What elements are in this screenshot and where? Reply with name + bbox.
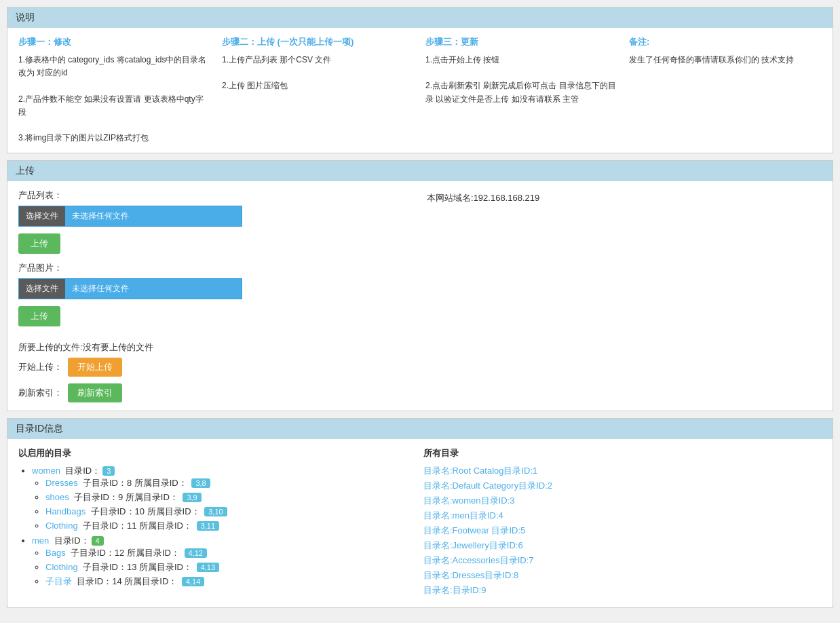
product-list-file-btn[interactable]: 选择文件 <box>19 206 65 226</box>
list-item: shoes 子目录ID：9 所属目录ID： 3,9 <box>45 491 417 504</box>
start-upload-row: 开始上传： 开始上传 <box>18 358 413 377</box>
list-item: 目录名:Root Catalog目录ID:1 <box>423 465 822 477</box>
files-to-upload-label: 所要上传的文件: <box>18 342 83 352</box>
product-list-label: 产品列表： <box>18 189 413 202</box>
sub-dir-badges: 4,14 <box>180 577 204 586</box>
list-item: 目录名:Default Category目录ID:2 <box>423 480 822 492</box>
shoes-badges: 3,9 <box>180 493 201 502</box>
upload-header: 上传 <box>7 161 833 181</box>
clothing-men-link[interactable]: Clothing <box>45 562 78 572</box>
default-cat-link[interactable]: 目录名:Default Category目录ID:2 <box>423 480 552 491</box>
upload-left: 产品列表： 选择文件 未选择任何文件 上传 产品图片： 选择文件 未选择任何文件… <box>18 189 413 402</box>
domain-value: 192.168.168.219 <box>474 193 540 203</box>
dir-left: 以启用的目录 women 目录ID：3 Dresses 子目录ID：8 所属目录… <box>18 447 417 599</box>
clothing-women-link[interactable]: Clothing <box>45 521 78 531</box>
step3-col: 步骤三：更新 1.点击开始上传 按钮 2.点击刷新索引 刷新完成后你可点击 目录… <box>425 36 618 145</box>
note-content: 发生了任何奇怪的事情请联系你们的 技术支持 <box>629 54 822 67</box>
refresh-index-row: 刷新索引： 刷新索引 <box>18 383 413 402</box>
directory-grid: 以启用的目录 women 目录ID：3 Dresses 子目录ID：8 所属目录… <box>18 447 822 599</box>
directory-header: 目录ID信息 <box>7 419 833 439</box>
all-dir-list: 目录名:Root Catalog目录ID:1 目录名:Default Categ… <box>423 465 822 597</box>
bags-link[interactable]: Bags <box>45 548 66 558</box>
upload-btn-2[interactable]: 上传 <box>18 306 60 326</box>
instructions-section: 说明 步骤一：修改 1.修表格中的 category_ids 将catalog_… <box>7 7 833 153</box>
list-item: 子目录 目录ID：14 所属目录ID： 4,14 <box>45 575 417 588</box>
list-item: Clothing 子目录ID：11 所属目录ID： 3,11 <box>45 520 417 532</box>
instructions-grid: 步骤一：修改 1.修表格中的 category_ids 将catalog_ids… <box>18 36 822 145</box>
step1-content: 1.修表格中的 category_ids 将catalog_ids中的目录名改为… <box>18 54 211 145</box>
men-id-badge: 4 <box>92 536 104 546</box>
product-image-no-file: 未选择任何文件 <box>65 283 136 295</box>
product-list-file-input[interactable]: 选择文件 未选择任何文件 <box>18 206 242 227</box>
jewellery-link[interactable]: 目录名:Jewellery目录ID:6 <box>423 540 523 550</box>
list-item: men 目录ID：4 Bags 子目录ID：12 所属目录ID： 4,12 <box>32 535 417 588</box>
list-item: Handbags 子目录ID：10 所属目录ID： 3,10 <box>45 506 417 518</box>
handbags-badges: 3,10 <box>202 507 227 516</box>
list-item: 目录名:Accessories目录ID:7 <box>423 554 822 567</box>
list-item: 目录名:Footwear 目录ID:5 <box>423 525 822 537</box>
step3-title: 步骤三：更新 <box>425 36 618 48</box>
upload-row: 产品列表： 选择文件 未选择任何文件 上传 产品图片： 选择文件 未选择任何文件… <box>18 189 822 402</box>
root-catalog-link[interactable]: 目录名:Root Catalog目录ID:1 <box>423 466 537 476</box>
list-item: Bags 子目录ID：12 所属目录ID： 4,12 <box>45 547 417 559</box>
clothing-women-badges: 3,11 <box>195 521 219 531</box>
list-item: 目录名:men目录ID:4 <box>423 510 822 522</box>
note-title: 备注: <box>629 36 822 48</box>
accessories-link[interactable]: 目录名:Accessories目录ID:7 <box>423 555 534 565</box>
step1-title: 步骤一：修改 <box>18 36 211 48</box>
step2-content: 1.上传产品列表 那个CSV 文件 2.上传 图片压缩包 <box>222 54 415 93</box>
list-item: 目录名:women目录ID:3 <box>423 495 822 507</box>
instructions-header: 说明 <box>7 7 833 28</box>
product-image-file-btn[interactable]: 选择文件 <box>19 279 65 299</box>
step2-col: 步骤二：上传 (一次只能上传一项) 1.上传产品列表 那个CSV 文件 2.上传… <box>222 36 415 145</box>
enabled-title: 以启用的目录 <box>18 447 417 459</box>
all-title: 所有目录 <box>423 447 822 459</box>
dresses-badges: 3,8 <box>189 478 210 488</box>
dresses-link[interactable]: Dresses <box>45 478 78 488</box>
men-link[interactable]: men <box>32 535 49 546</box>
list-item: 目录名:目录ID:9 <box>423 584 822 597</box>
list-item: 目录名:Jewellery目录ID:6 <box>423 540 822 552</box>
list-item: Clothing 子目录ID：13 所属目录ID： 4,13 <box>45 561 417 573</box>
upload-right: 本网站域名:192.168.168.219 <box>427 189 822 204</box>
handbags-link[interactable]: Handbags <box>45 506 85 516</box>
sub-dir-link[interactable]: 子目录 <box>45 576 72 586</box>
clothing-men-badges: 4,13 <box>195 563 219 572</box>
shoes-link[interactable]: shoes <box>45 492 69 502</box>
women-children: Dresses 子目录ID：8 所属目录ID： 3,8 shoes 子目录ID：… <box>32 477 417 532</box>
upload-btn-1[interactable]: 上传 <box>18 233 60 254</box>
women-cat-link[interactable]: 目录名:women目录ID:3 <box>423 495 514 506</box>
step2-title: 步骤二：上传 (一次只能上传一项) <box>222 36 415 48</box>
dresses-cat-link[interactable]: 目录名:Dresses目录ID:8 <box>423 570 518 580</box>
bags-badges: 4,12 <box>183 548 207 558</box>
product-list-no-file: 未选择任何文件 <box>65 210 136 222</box>
men-children: Bags 子目录ID：12 所属目录ID： 4,12 Clothing 子目录I… <box>32 547 417 588</box>
upload-section: 上传 产品列表： 选择文件 未选择任何文件 上传 产品图片： 选择文件 未选择任… <box>7 160 833 411</box>
list-item: Dresses 子目录ID：8 所属目录ID： 3,8 <box>45 477 417 489</box>
refresh-index-label: 刷新索引： <box>18 387 62 399</box>
enabled-tree: women 目录ID：3 Dresses 子目录ID：8 所属目录ID： 3,8 <box>18 465 417 588</box>
step1-col: 步骤一：修改 1.修表格中的 category_ids 将catalog_ids… <box>18 36 211 145</box>
product-image-label: 产品图片： <box>18 262 413 274</box>
product-image-file-input[interactable]: 选择文件 未选择任何文件 <box>18 278 242 299</box>
note-col: 备注: 发生了任何奇怪的事情请联系你们的 技术支持 <box>629 36 822 145</box>
footwear-link[interactable]: 目录名:Footwear 目录ID:5 <box>423 525 525 535</box>
women-id-badge: 3 <box>102 466 115 476</box>
files-to-upload: 所要上传的文件:没有要上传的文件 <box>18 341 413 354</box>
start-upload-btn[interactable]: 开始上传 <box>68 358 122 377</box>
domain-info: 本网站域名:192.168.168.219 <box>427 192 822 204</box>
cat-9-link[interactable]: 目录名:目录ID:9 <box>423 585 486 595</box>
men-cat-link[interactable]: 目录名:men目录ID:4 <box>423 510 503 521</box>
directory-section: 目录ID信息 以启用的目录 women 目录ID：3 Dresses 子目录ID… <box>7 418 833 608</box>
refresh-index-btn[interactable]: 刷新索引 <box>68 383 122 402</box>
domain-label: 本网站域名: <box>427 193 474 203</box>
list-item: women 目录ID：3 Dresses 子目录ID：8 所属目录ID： 3,8 <box>32 465 417 532</box>
step3-content: 1.点击开始上传 按钮 2.点击刷新索引 刷新完成后你可点击 目录信息下的目录 … <box>425 54 618 106</box>
files-to-upload-value: 没有要上传的文件 <box>83 342 153 352</box>
list-item: 目录名:Dresses目录ID:8 <box>423 569 822 582</box>
dir-right: 所有目录 目录名:Root Catalog目录ID:1 目录名:Default … <box>423 447 822 599</box>
start-upload-label: 开始上传： <box>18 361 62 373</box>
women-link[interactable]: women <box>32 466 60 476</box>
